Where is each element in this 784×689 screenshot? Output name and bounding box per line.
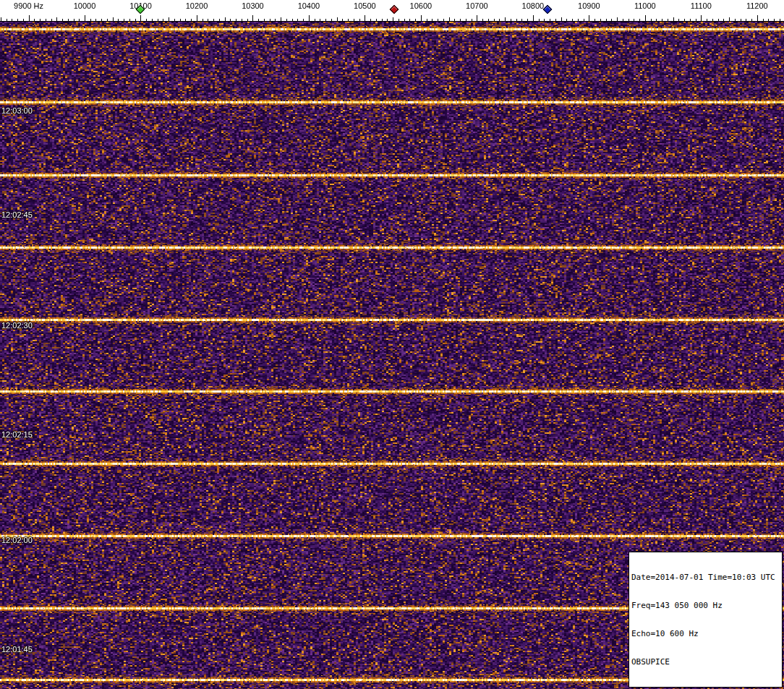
- time-label: 12:02:30: [1, 321, 33, 330]
- info-line-echo: Echo=10 600 Hz: [631, 629, 780, 638]
- freq-tick-label: 10200: [186, 1, 208, 10]
- freq-tick-label: 10600: [410, 1, 433, 10]
- time-label: 12:02:45: [1, 210, 33, 219]
- frequency-ruler: 9900 Hz100001010010200103001040010500106…: [0, 0, 784, 22]
- info-line-station: OBSUPICE: [631, 657, 780, 667]
- info-box: Date=2014-07-01 Time=10:03 UTC Freq=143 …: [629, 552, 783, 688]
- freq-tick-label: 11200: [746, 1, 768, 10]
- time-label: 12:02:00: [1, 536, 33, 544]
- freq-tick-label: 9900 Hz: [14, 1, 43, 10]
- freq-tick-label: 10700: [466, 1, 488, 10]
- spectrogram-app: 9900 Hz100001010010200103001040010500106…: [0, 0, 784, 689]
- info-line-date: Date=2014-07-01 Time=10:03 UTC: [631, 573, 780, 582]
- time-label: 12:02:15: [1, 430, 33, 439]
- info-line-freq: Freq=143 050 000 Hz: [631, 601, 780, 610]
- freq-tick-label: 11000: [634, 1, 656, 10]
- freq-tick-label: 10500: [354, 1, 376, 10]
- freq-tick-label: 10300: [242, 1, 264, 10]
- freq-tick-label: 10000: [74, 1, 96, 10]
- time-label: 12:01:45: [1, 645, 33, 654]
- freq-tick-label: 10800: [522, 1, 545, 10]
- freq-tick-label: 10400: [298, 1, 320, 10]
- freq-tick-label: 10900: [578, 1, 600, 10]
- freq-tick-label: 11100: [691, 1, 712, 10]
- time-label: 12:03:00: [1, 106, 33, 115]
